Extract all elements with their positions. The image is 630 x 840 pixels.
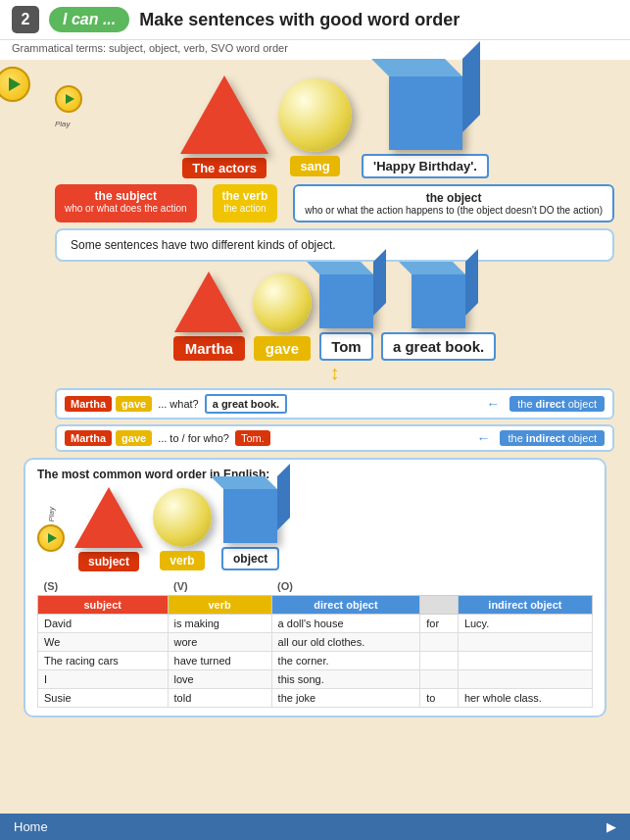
subtitle: Grammatical terms: subject, object, verb…: [0, 40, 630, 60]
lesson-number: 2: [12, 6, 39, 33]
sentence2-indirect-label: Tom: [319, 332, 373, 361]
verb-sphere: [278, 78, 352, 152]
cell-v: wore: [168, 633, 271, 652]
cell-s: David: [38, 615, 169, 633]
verb-grammar-box: the verb the action: [213, 184, 278, 222]
object-grammar-box: the object who or what the action happen…: [293, 184, 614, 222]
cell-s: I: [38, 670, 169, 689]
cell-prep: to: [420, 689, 459, 708]
cell-prep: for: [420, 615, 459, 633]
play-sentence1-icon[interactable]: [55, 85, 82, 113]
direct-object-row: Martha gave ... what? a great book. ← th…: [55, 388, 614, 420]
home-link[interactable]: Home: [14, 819, 48, 834]
col-s: (S): [38, 577, 169, 596]
indirect-badge: the indirect object: [500, 430, 605, 446]
bottom-object-shape: object: [221, 489, 279, 570]
bottom-subject-label: subject: [78, 552, 139, 571]
indirect-arrow-icon: ←: [476, 430, 490, 446]
cell-io: [458, 652, 592, 670]
cell-v: is making: [168, 615, 271, 633]
th-direct-obj: direct object: [271, 596, 420, 615]
main-content: Play The actors sang 'Happy Birthday'. t…: [0, 60, 630, 731]
sentence2-direct-cube: [412, 274, 465, 328]
info-box: Some sentences have two different kinds …: [55, 228, 614, 262]
verb-label: sang: [290, 156, 339, 176]
th-prep: [420, 596, 459, 615]
direct-badge: the direct object: [509, 396, 605, 412]
direct-subject: Martha: [65, 396, 112, 412]
direct-question: ... what?: [158, 398, 199, 410]
verb-term: the verb: [222, 189, 268, 203]
play-sentence1-button[interactable]: Play: [55, 85, 82, 130]
table-row: David is making a doll's house for Lucy.: [38, 615, 593, 633]
object-cube: [389, 76, 462, 150]
direct-answer: a great book.: [205, 394, 287, 414]
indirect-object-row: Martha gave ... to / for who? Tom. ← the…: [55, 424, 614, 452]
cell-prep: [420, 633, 459, 652]
footer: Home ▶: [0, 814, 630, 840]
table-row: Susie told the joke to her whole class.: [38, 689, 593, 708]
direct-arrow-icon: ←: [486, 396, 500, 412]
sentence2-indirect-shape: Tom: [319, 274, 373, 361]
play-bottom-button[interactable]: Play: [37, 507, 65, 552]
sentence2-direct-label: a great book.: [381, 332, 496, 361]
subject-label: The actors: [182, 158, 267, 178]
nav-arrow-icon[interactable]: ▶: [606, 819, 616, 834]
object-label: 'Happy Birthday'.: [362, 154, 489, 178]
connector-arrow: ↕: [16, 363, 614, 382]
cell-s: Susie: [38, 689, 169, 708]
grammar-labels-row: the subject who or what does the action …: [55, 184, 614, 222]
bottom-object-label: object: [221, 547, 279, 570]
play-all-button[interactable]: Play All: [8, 67, 18, 98]
bottom-verb-shape: verb: [153, 488, 212, 570]
bottom-verb-sphere: [153, 488, 212, 547]
sentence2-subject-shape: Martha: [173, 272, 245, 361]
cell-o: the corner.: [271, 652, 420, 670]
table-row: The racing cars have turned the corner.: [38, 652, 593, 670]
play-bottom-label: Play: [47, 507, 56, 522]
cell-o: this song.: [271, 670, 420, 689]
cell-v: have turned: [168, 652, 271, 670]
bottom-section: The most common word order in English: P…: [24, 458, 606, 717]
cell-io: [458, 670, 592, 689]
cell-o: the joke: [271, 689, 420, 708]
table-row: We wore all our old clothes.: [38, 633, 593, 652]
col-headers-row: (S) (V) (O): [38, 577, 593, 596]
bottom-subject-shape: subject: [74, 487, 143, 571]
bottom-subject-pyramid: [74, 487, 143, 548]
cell-s: We: [38, 633, 169, 652]
bottom-header: The most common word order in English:: [37, 468, 593, 481]
i-can-badge: I can ...: [49, 7, 129, 32]
sentence2-verb-label: gave: [254, 336, 311, 361]
object-rows: Martha gave ... what? a great book. ← th…: [55, 388, 614, 452]
cell-s: The racing cars: [38, 652, 169, 670]
cell-prep: [420, 670, 459, 689]
sentence2-verb-shape: gave: [253, 273, 312, 361]
down-arrow-icon: ↕: [330, 363, 340, 382]
sentence2-indirect-cube: [319, 274, 373, 328]
th-subject: subject: [38, 596, 169, 615]
indirect-verb: gave: [116, 430, 152, 446]
sentence2-subject-pyramid: [174, 272, 243, 332]
subject-pyramid: [180, 75, 268, 154]
sentence2-verb-sphere: [253, 273, 312, 332]
object-shape: 'Happy Birthday'.: [362, 76, 489, 178]
cell-v: told: [168, 689, 271, 708]
cell-io: Lucy.: [458, 615, 592, 633]
object-desc: who or what the action happens to (the o…: [305, 205, 603, 216]
bottom-object-cube: [223, 489, 277, 543]
bottom-shapes-area: Play subject verb object: [37, 487, 593, 571]
cell-o: all our old clothes.: [271, 633, 420, 652]
indirect-subject: Martha: [65, 430, 112, 446]
header: 2 I can ... Make sentences with good wor…: [0, 0, 630, 40]
sentence2-subject-label: Martha: [173, 336, 245, 361]
subject-grammar-box: the subject who or what does the action: [55, 184, 197, 222]
play-bottom-icon[interactable]: [37, 524, 65, 552]
verb-desc: the action: [222, 203, 268, 214]
page-title: Make sentences with good word order: [139, 10, 460, 30]
cell-o: a doll's house: [271, 615, 420, 633]
sentence1-row: Play The actors sang 'Happy Birthday'.: [16, 68, 614, 178]
indirect-answer: Tom.: [235, 430, 270, 446]
info-box-text: Some sentences have two different kinds …: [71, 238, 336, 252]
col-empty: [420, 577, 459, 596]
